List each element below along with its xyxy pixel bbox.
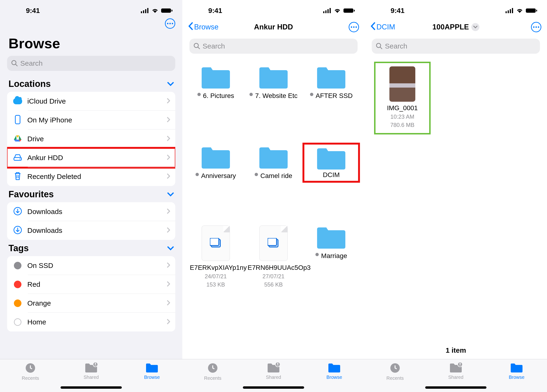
folder-anniversary[interactable]: Anniversary: [187, 146, 244, 223]
tab-browse[interactable]: Browse: [311, 363, 358, 380]
folder-icon: [328, 363, 341, 374]
svg-point-28: [95, 363, 96, 365]
tab-browse[interactable]: Browse: [128, 363, 176, 380]
tab-shared[interactable]: Shared: [68, 363, 115, 380]
svg-rect-5: [171, 10, 172, 12]
video-thumbnail: [390, 66, 415, 102]
chevron-right-icon: [167, 281, 170, 288]
file-img-0001[interactable]: IMG_0001 10:23 AM 780.6 MB: [374, 62, 431, 135]
favourites-header[interactable]: Favourites: [0, 186, 182, 202]
download-icon: [14, 226, 22, 235]
svg-line-36: [198, 47, 200, 49]
location-label: Recently Deleted: [27, 173, 167, 181]
chevron-right-icon: [167, 173, 170, 180]
iphone-icon: [15, 115, 21, 125]
svg-rect-45: [508, 10, 509, 13]
tab-label: Browse: [327, 375, 342, 380]
folder-label: 7. Website Etc: [255, 92, 298, 100]
location-drive[interactable]: Drive: [7, 129, 175, 148]
svg-rect-2: [145, 9, 146, 13]
battery-icon: [526, 8, 538, 13]
tab-shared[interactable]: Shared: [432, 363, 479, 380]
svg-point-50: [376, 43, 381, 47]
home-indicator[interactable]: [243, 386, 304, 389]
page-title-wrap[interactable]: 100APPLE: [365, 23, 547, 31]
svg-marker-11: [19, 135, 21, 140]
title-dropdown-button[interactable]: [471, 23, 479, 31]
tag-dot-icon: [255, 173, 258, 176]
tag-dot-icon: [315, 253, 319, 256]
home-indicator[interactable]: [425, 386, 486, 389]
favourite-label: Downloads: [27, 226, 167, 235]
folder-camel-ride[interactable]: Camel ride: [245, 146, 302, 223]
section-title: Tags: [8, 243, 29, 253]
cellular-signal-icon: [141, 8, 149, 13]
folder-after-ssd[interactable]: AFTER SSD: [303, 65, 360, 143]
more-options-button[interactable]: [165, 18, 175, 29]
shared-folder-icon: [267, 363, 280, 374]
folder-icon: [145, 363, 158, 374]
location-icloud-drive[interactable]: iCloud Drive: [7, 92, 175, 111]
tag-home[interactable]: Home: [7, 313, 175, 331]
tab-label: Recents: [204, 376, 221, 381]
folder-dcim[interactable]: DCIM: [303, 146, 360, 223]
tab-shared[interactable]: Shared: [250, 363, 297, 380]
tag-color-icon: [14, 281, 21, 288]
chevron-right-icon: [167, 300, 170, 307]
search-input[interactable]: Search: [7, 56, 175, 71]
svg-line-7: [15, 64, 17, 66]
more-options-button[interactable]: [349, 22, 359, 32]
ellipsis-icon: [351, 26, 357, 28]
tag-orange[interactable]: Orange: [7, 294, 175, 313]
location-label: Ankur HDD: [27, 154, 167, 162]
chevron-right-icon: [167, 155, 170, 161]
file-date: 27/07/21: [262, 273, 284, 280]
more-options-button[interactable]: [531, 22, 541, 32]
locations-header[interactable]: Locations: [0, 75, 182, 92]
location-recently-deleted[interactable]: Recently Deleted: [7, 167, 175, 186]
folder-6-pictures[interactable]: 6. Pictures: [187, 65, 244, 143]
location-ankur-hdd[interactable]: Ankur HDD: [7, 148, 175, 167]
search-input[interactable]: Search: [372, 39, 540, 54]
tab-label: Shared: [84, 375, 99, 380]
folder-7-website-etc[interactable]: 7. Website Etc: [245, 65, 302, 143]
tab-browse[interactable]: Browse: [493, 363, 540, 380]
favourite-label: Downloads: [27, 208, 167, 216]
favourite-downloads[interactable]: Downloads: [7, 221, 175, 240]
search-placeholder: Search: [203, 42, 225, 50]
folder-icon: [316, 226, 347, 249]
folder-marriage[interactable]: Marriage: [303, 226, 360, 303]
image-file-icon: [202, 226, 230, 261]
tab-recents[interactable]: Recents: [189, 363, 236, 381]
tab-label: Recents: [386, 376, 403, 381]
search-input[interactable]: Search: [189, 39, 358, 54]
svg-rect-29: [323, 11, 324, 13]
tags-header[interactable]: Tags: [0, 240, 182, 256]
location-label: iCloud Drive: [27, 97, 167, 105]
tab-label: Recents: [22, 376, 39, 381]
location-on-my-iphone[interactable]: On My iPhone: [7, 111, 175, 129]
tag-color-icon: [14, 262, 21, 269]
ellipsis-icon: [533, 26, 539, 28]
tag-on-ssd[interactable]: On SSD: [7, 256, 175, 275]
folder-icon: [200, 65, 231, 89]
svg-rect-48: [526, 8, 536, 13]
shared-folder-icon: [85, 363, 98, 374]
svg-point-35: [194, 43, 198, 47]
file-e7erk[interactable]: E7ERKvpXIAYp1ny 24/07/21 153 KB: [187, 226, 244, 303]
favourite-downloads[interactable]: Downloads: [7, 202, 175, 221]
file-e7rn6[interactable]: E7RN6H9UUAc5Op3 27/07/21 556 KB: [245, 226, 302, 303]
home-indicator[interactable]: [61, 386, 122, 389]
tab-recents[interactable]: Recents: [7, 363, 54, 381]
tag-dot-icon: [198, 93, 201, 96]
file-size: 556 KB: [264, 281, 283, 288]
folder-grid: 6. Pictures 7. Website Etc AFTER SSD Ann…: [182, 58, 365, 303]
tab-label: Shared: [448, 375, 464, 380]
chevron-right-icon: [167, 98, 170, 105]
tag-dot-icon: [249, 93, 253, 96]
svg-line-51: [380, 47, 382, 49]
status-bar: 9:41: [182, 5, 365, 16]
tag-red[interactable]: Red: [7, 275, 175, 294]
favourites-list: Downloads Downloads: [7, 202, 175, 240]
tab-recents[interactable]: Recents: [371, 363, 419, 381]
